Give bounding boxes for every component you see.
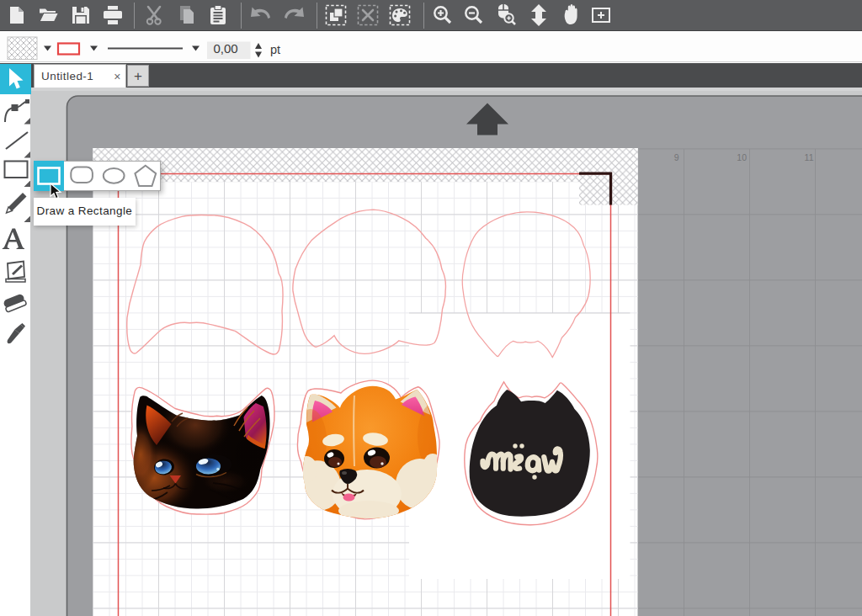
svg-text:pt: pt	[270, 43, 280, 56]
svg-text:0,00: 0,00	[213, 41, 237, 56]
svg-text:9: 9	[674, 152, 679, 162]
svg-text:11: 11	[805, 152, 814, 162]
svg-text:10: 10	[737, 152, 747, 162]
